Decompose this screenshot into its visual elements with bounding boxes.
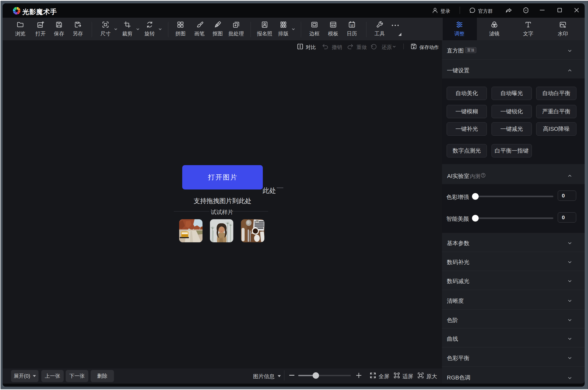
- svg-text:12: 12: [350, 24, 354, 27]
